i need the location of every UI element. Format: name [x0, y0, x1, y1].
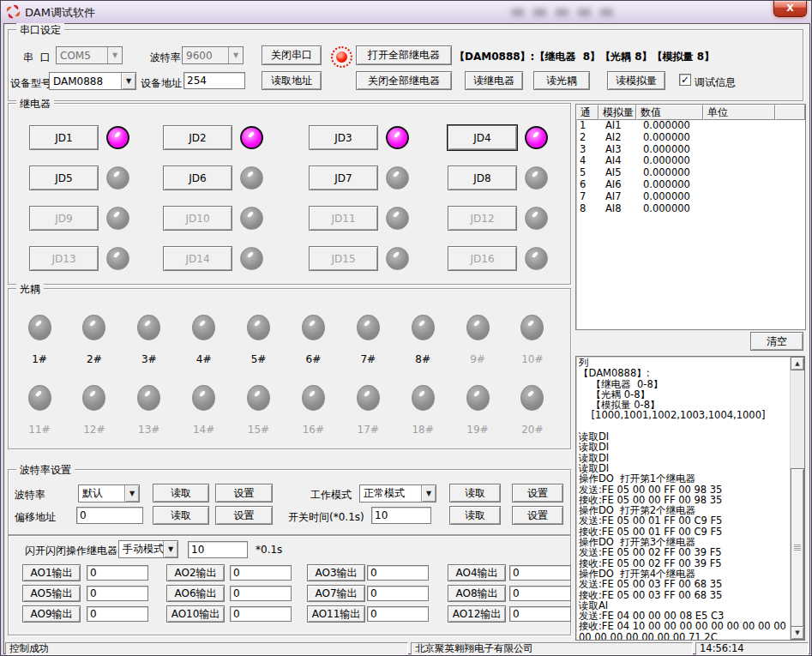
ao-output-input-7[interactable]	[367, 586, 429, 601]
relay-button-jd4[interactable]: JD4	[448, 125, 517, 150]
column-header-2[interactable]: 模拟量	[598, 105, 636, 120]
flash-mode-combobox[interactable]: 手动模式 ▼	[118, 540, 178, 558]
switch-time-label: 开关时间(*0.1s)	[288, 510, 364, 525]
ao-output-button-12[interactable]: AO12输出	[448, 605, 506, 623]
relay-button-jd2[interactable]: JD2	[163, 125, 232, 150]
switch-time-input[interactable]	[371, 507, 431, 524]
read-analog-button[interactable]: 读模拟量	[607, 71, 665, 90]
ao-output-button-10[interactable]: AO10输出	[166, 605, 225, 623]
clear-log-button[interactable]: 清空	[750, 332, 803, 351]
cell-unit	[703, 191, 775, 203]
offset-address-input[interactable]	[76, 507, 143, 524]
ao-output-button-3[interactable]: AO3输出	[307, 564, 365, 581]
column-header-4[interactable]: 单位	[703, 105, 775, 120]
chevron-down-icon: ▼	[228, 47, 243, 63]
debug-info-checkbox[interactable]	[679, 74, 691, 86]
read-opto-button[interactable]: 读光耦	[533, 71, 590, 90]
read-relays-button[interactable]: 读继电器	[465, 71, 523, 90]
ao-output-button-2[interactable]: AO2输出	[166, 564, 225, 581]
cell-channel: 2	[576, 132, 598, 144]
ao-output-button-5[interactable]: AO5输出	[22, 585, 81, 602]
table-row[interactable]: 5AI50.000000	[576, 167, 805, 179]
open-all-relays-button[interactable]: 打开全部继电器	[356, 45, 452, 65]
opto-led-8	[412, 315, 435, 340]
offset-read-button[interactable]: 读取	[153, 506, 209, 525]
ao-output-input-1[interactable]	[87, 565, 148, 581]
ao-output-input-4[interactable]	[509, 565, 571, 581]
debug-log-panel[interactable]: 列【DAM0888】: 【继电器 0-8】 【光耦 0-8】 【模拟量 0-8】…	[575, 356, 805, 641]
baud-combobox: 9600 ▼	[182, 46, 244, 64]
table-row[interactable]: 3AI30.000000	[576, 144, 805, 156]
ao-output-input-12[interactable]	[509, 606, 571, 622]
relay-button-jd6[interactable]: JD6	[163, 166, 232, 190]
table-row[interactable]: 7AI70.000000	[576, 191, 805, 203]
relay-button-jd8[interactable]: JD8	[448, 166, 517, 190]
baud-group-title: 波特率设置	[16, 463, 75, 478]
analog-table[interactable]: 通模拟量数值单位 1AI10.0000002AI20.0000003AI30.0…	[575, 104, 806, 330]
ao-output-button-6[interactable]: AO6输出	[166, 585, 225, 602]
table-row[interactable]: 8AI80.000000	[576, 203, 805, 215]
scroll-up-icon[interactable]: ▲	[791, 357, 804, 370]
baud-set-button[interactable]: 设置	[215, 484, 273, 503]
ao-output-input-3[interactable]	[367, 565, 429, 581]
workmode-value: 正常模式	[360, 486, 421, 501]
switch-read-button[interactable]: 读取	[449, 506, 501, 525]
chevron-down-icon[interactable]: ▼	[421, 485, 436, 502]
table-row[interactable]: 2AI20.000000	[576, 132, 805, 144]
opto-unit-16: 16#	[296, 385, 330, 436]
baud-settings-group: 波特率设置 波特率 默认 ▼ 读取 设置 工作模式 正常模式 ▼ 读取 设置 偏…	[8, 469, 571, 535]
ao-output-input-5[interactable]	[87, 586, 148, 601]
title-bar[interactable]: DAM调试软件 X	[1, 1, 811, 23]
relay-button-jd13: JD13	[29, 246, 99, 271]
workmode-combobox[interactable]: 正常模式 ▼	[359, 484, 436, 503]
ao-output-input-11[interactable]	[367, 606, 429, 622]
offset-set-button[interactable]: 设置	[215, 506, 273, 525]
close-all-relays-button[interactable]: 关闭全部继电器	[356, 71, 452, 90]
chevron-down-icon[interactable]: ▼	[124, 485, 139, 502]
read-address-button[interactable]: 读取地址	[262, 71, 322, 90]
baud-read-button[interactable]: 读取	[153, 484, 209, 503]
ao-output-input-10[interactable]	[230, 606, 292, 622]
cell-channel: 4	[576, 155, 598, 167]
close-button[interactable]: X	[773, 1, 807, 17]
workmode-set-button[interactable]: 设置	[512, 484, 563, 503]
cell-unit	[703, 179, 775, 191]
chevron-down-icon[interactable]: ▼	[121, 73, 135, 89]
ao-output-input-2[interactable]	[230, 565, 292, 581]
ao-output-input-9[interactable]	[87, 606, 148, 622]
relay-button-jd5[interactable]: JD5	[29, 166, 99, 190]
ao-output-button-4[interactable]: AO4输出	[448, 564, 506, 581]
opto-unit-14: 14#	[187, 385, 221, 436]
app-logo-icon	[6, 4, 21, 19]
relay-button-jd1[interactable]: JD1	[29, 125, 99, 150]
scrollbar-thumb[interactable]	[791, 468, 804, 628]
relay-button-jd7[interactable]: JD7	[309, 166, 378, 190]
relay-button-jd3[interactable]: JD3	[309, 125, 378, 150]
chevron-down-icon[interactable]: ▼	[163, 541, 177, 557]
column-header-1[interactable]: 通	[576, 105, 598, 120]
switch-set-button[interactable]: 设置	[512, 506, 563, 525]
ao-output-button-8[interactable]: AO8输出	[448, 585, 506, 602]
baud-setting-combobox[interactable]: 默认 ▼	[78, 484, 140, 503]
ao-output-button-1[interactable]: AO1输出	[22, 564, 81, 581]
serial-group-title: 串口设定	[16, 23, 64, 38]
ao-output-button-11[interactable]: AO11输出	[307, 605, 365, 623]
ao-output-input-8[interactable]	[509, 586, 571, 601]
log-scrollbar[interactable]: ▲ ▼	[790, 357, 804, 640]
flash-time-input[interactable]	[188, 541, 248, 558]
table-row[interactable]: 4AI40.000000	[576, 155, 805, 167]
table-row[interactable]: 1AI10.000000	[576, 120, 805, 132]
scroll-down-icon[interactable]: ▼	[791, 626, 804, 640]
device-address-input[interactable]	[183, 72, 245, 89]
ao-output-button-7[interactable]: AO7输出	[307, 585, 365, 602]
opto-label-6: 6#	[306, 353, 322, 365]
ao-output-input-6[interactable]	[230, 586, 292, 601]
workmode-read-button[interactable]: 读取	[449, 484, 501, 503]
table-row[interactable]: 6AI60.000000	[576, 179, 805, 191]
cell-channel: 8	[576, 203, 598, 215]
ao-output-button-9[interactable]: AO9输出	[22, 605, 81, 623]
device-model-combobox[interactable]: DAM0888 ▼	[49, 72, 136, 90]
log-line: 发送:FE 05 00 00 FF 00 98 35	[579, 484, 789, 495]
close-serial-button[interactable]: 关闭串口	[262, 45, 322, 65]
column-header-3[interactable]: 数值	[636, 105, 703, 120]
